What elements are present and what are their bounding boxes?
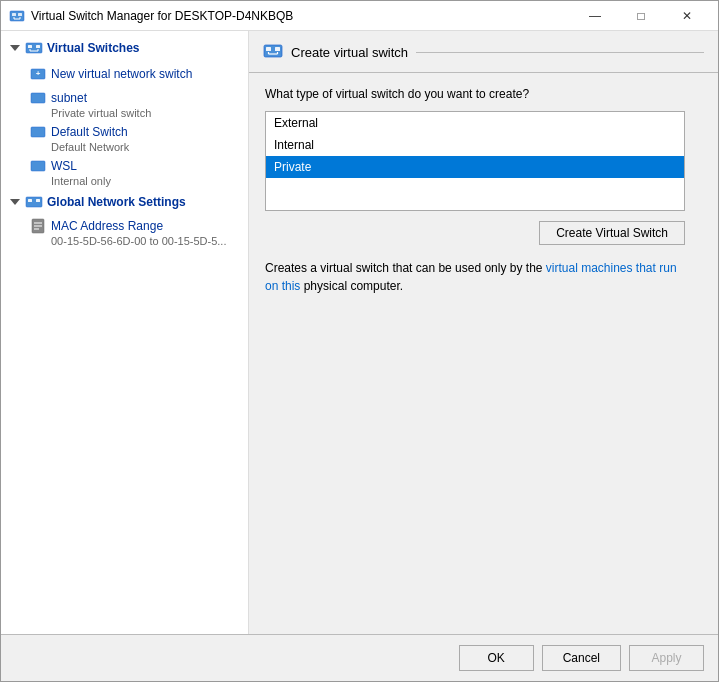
cancel-button[interactable]: Cancel	[542, 645, 621, 671]
subnet-icon	[29, 89, 47, 107]
panel-header-icon	[263, 41, 283, 64]
global-settings-icon	[25, 193, 43, 211]
svg-rect-19	[36, 199, 40, 202]
svg-rect-16	[31, 161, 45, 171]
new-switch-icon: +	[29, 65, 47, 83]
main-window: Virtual Switch Manager for DESKTOP-D4NKB…	[0, 0, 719, 682]
window-title: Virtual Switch Manager for DESKTOP-D4NKB…	[31, 9, 572, 23]
svg-rect-26	[275, 47, 280, 51]
default-switch-icon	[29, 123, 47, 141]
close-button[interactable]: ✕	[664, 1, 710, 31]
title-bar: Virtual Switch Manager for DESKTOP-D4NKB…	[1, 1, 718, 31]
collapse-icon-switches	[7, 40, 23, 56]
description-link[interactable]: virtual machines that run on this	[265, 261, 677, 293]
sidebar-item-mac-range[interactable]: MAC Address Range 00-15-5D-56-6D-00 to 0…	[1, 215, 248, 249]
collapse-icon-global	[7, 194, 23, 210]
svg-rect-7	[28, 45, 32, 48]
subnet-name: subnet	[51, 91, 87, 105]
apply-button[interactable]: Apply	[629, 645, 704, 671]
ok-button[interactable]: OK	[459, 645, 534, 671]
create-virtual-switch-button[interactable]: Create Virtual Switch	[539, 221, 685, 245]
sidebar-item-default-switch[interactable]: Default Switch Default Network	[1, 121, 248, 155]
virtual-switches-label: Virtual Switches	[47, 41, 139, 55]
switch-type-internal[interactable]: Internal	[266, 134, 684, 156]
svg-rect-2	[18, 13, 22, 16]
description-text: Creates a virtual switch that can be use…	[265, 259, 685, 295]
create-btn-row: Create Virtual Switch	[265, 221, 685, 245]
switch-type-private[interactable]: Private	[266, 156, 684, 178]
mac-range-sub: 00-15-5D-56-6D-00 to 00-15-5D-5...	[29, 235, 240, 247]
new-switch-label: New virtual network switch	[51, 67, 192, 81]
sidebar-item-wsl[interactable]: WSL Internal only	[1, 155, 248, 189]
svg-rect-1	[12, 13, 16, 16]
panel-question: What type of virtual switch do you want …	[265, 87, 702, 101]
svg-rect-25	[266, 47, 271, 51]
switch-type-external[interactable]: External	[266, 112, 684, 134]
default-switch-name: Default Switch	[51, 125, 128, 139]
svg-rect-15	[31, 127, 45, 137]
window-icon	[9, 8, 25, 24]
main-panel: Create virtual switch What type of virtu…	[249, 31, 718, 634]
svg-rect-8	[36, 45, 40, 48]
wsl-icon	[29, 157, 47, 175]
svg-rect-17	[26, 197, 42, 207]
wsl-name: WSL	[51, 159, 77, 173]
global-settings-label: Global Network Settings	[47, 195, 186, 209]
footer: OK Cancel Apply	[1, 634, 718, 681]
panel-header: Create virtual switch	[249, 31, 718, 73]
sidebar-item-subnet[interactable]: subnet Private virtual switch	[1, 87, 248, 121]
sidebar: Virtual Switches + New virtual network s…	[1, 31, 249, 634]
switch-type-list[interactable]: External Internal Private	[265, 111, 685, 211]
maximize-button[interactable]: □	[618, 1, 664, 31]
sidebar-section-global-settings[interactable]: Global Network Settings	[1, 189, 248, 215]
mac-range-icon	[29, 217, 47, 235]
mac-range-name: MAC Address Range	[51, 219, 163, 233]
svg-rect-18	[28, 199, 32, 202]
sidebar-section-virtual-switches[interactable]: Virtual Switches	[1, 35, 248, 61]
subnet-sub: Private virtual switch	[29, 107, 240, 119]
virtual-switches-section-icon	[25, 39, 43, 57]
svg-text:+: +	[36, 69, 41, 78]
sidebar-item-new-switch[interactable]: + New virtual network switch	[1, 61, 248, 87]
window-controls: — □ ✕	[572, 1, 710, 31]
svg-rect-14	[31, 93, 45, 103]
content-area: Virtual Switches + New virtual network s…	[1, 31, 718, 634]
default-switch-sub: Default Network	[29, 141, 240, 153]
minimize-button[interactable]: —	[572, 1, 618, 31]
wsl-sub: Internal only	[29, 175, 240, 187]
panel-content: What type of virtual switch do you want …	[249, 73, 718, 634]
panel-header-title: Create virtual switch	[291, 45, 408, 60]
